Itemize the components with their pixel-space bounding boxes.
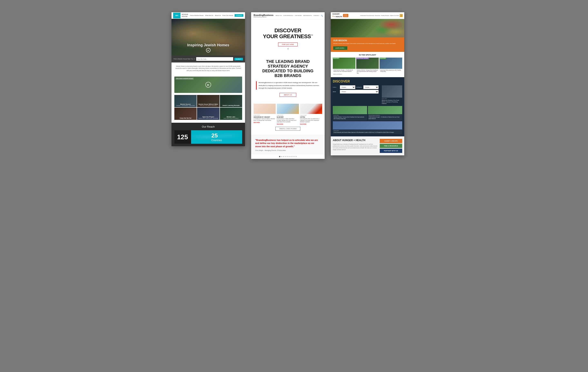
mh-search-input[interactable] — [196, 57, 233, 61]
mh-grid-item-2[interactable]: Moishe House Without Walls Build your ow… — [197, 95, 219, 107]
mh-logo-area: MH MOISHE HOUSE — [173, 13, 188, 18]
hh-spotlight-card-2[interactable]: EDUCATIONAL MATERIAL Nutrition Kitchen: … — [356, 58, 379, 75]
hh-action-buttons: SUBMIT A RECIPE FIND A RESOURCE PARTNER … — [380, 139, 402, 153]
hh-partner-button[interactable]: PARTNER WITH US — [380, 149, 402, 153]
mh-grid-item-3[interactable]: Jewish Learning Retreats — [220, 95, 242, 107]
hh-about-title: ABOUT HUNGER + HEALTH — [333, 139, 378, 142]
bb-read-more-1[interactable]: READ MORE — [253, 122, 276, 123]
bb-read-more-3[interactable]: READ MORE — [300, 124, 322, 125]
bb-hero-section: DISCOVER YOUR GREATNESS™ FIND OUT HOW ∨ — [251, 19, 325, 57]
mh-logo-box: MH — [173, 13, 180, 18]
bb-dot-5[interactable] — [287, 156, 288, 157]
hh-article-body-2: EDUCATIONAL MATERIAL Child Summer Hunger… — [368, 114, 402, 120]
hh-nav-food-insecurity[interactable]: Understand Food Insecurity — [360, 15, 374, 16]
bb-case-item-2[interactable]: CASE STUDY ELSEVIER POSITIONING A TIME-H… — [277, 104, 299, 125]
hh-hero-image — [331, 19, 404, 37]
bb-navbar: BrandingBusiness B2B Branding Agency ABO… — [251, 12, 325, 19]
hh-nav-recipes[interactable]: Healthy Recipes — [381, 15, 389, 16]
hh-spotlight-card-1[interactable]: BLOG POST Child Summer Hunger – A Collec… — [333, 58, 356, 75]
hh-featured-article[interactable]: BLOG POST Behind the Scenes of Our Food … — [382, 85, 402, 104]
mh-grid-item-1[interactable]: Moishe Houses Connect · 113 locations · … — [174, 95, 197, 107]
hh-discover-select-1[interactable]: Choose... — [340, 85, 355, 89]
hh-search-box[interactable]: 🔍 — [400, 14, 403, 17]
mh-grid-item-4[interactable]: Camp Nai Nai Nai — [174, 108, 197, 120]
mh-grid-title-1: Moishe Houses — [180, 104, 191, 105]
mh-grid-item-5[interactable]: Open Dor Project Explore what's right fo… — [197, 108, 219, 120]
bb-dot-9[interactable] — [295, 156, 297, 157]
hh-article-card-1[interactable]: BLOG POST Nutrition Kitchen: Turning Cli… — [333, 106, 367, 120]
hh-learn-more-button[interactable]: LEARN MORE > — [333, 46, 347, 50]
bb-case-image-2 — [277, 104, 299, 114]
bb-case-item-3[interactable]: CASE STUDY VICTRA GALVANIZING AND CELEBR… — [300, 104, 322, 125]
hh-discover-select-3[interactable]: Choose... — [340, 90, 378, 94]
mh-reach-map-box: 25 Countries — [191, 130, 242, 144]
hh-article-card-2[interactable]: EDUCATIONAL MATERIAL Child Summer Hunger… — [368, 106, 402, 120]
bb-dot-3[interactable] — [283, 156, 284, 157]
bb-case-grid: CASE STUDY ANCHORUM ST. VINCENT A COMMUN… — [253, 104, 322, 125]
hh-article-tag-2: EDUCATIONAL MATERIAL — [369, 115, 401, 116]
mh-video-thumbnail[interactable]: WELCOME TO MOISHE HOUSE ▶ — [174, 76, 242, 93]
bb-nav-link-work[interactable]: OUR WORK — [295, 15, 302, 17]
mh-nav-link-4[interactable]: From Our House — [222, 15, 233, 16]
hh-navbar: HUNGER + + HEALTH feedingamerica Underst… — [331, 12, 404, 19]
bb-nav-link-insights[interactable]: B2B INSIGHTS — [303, 15, 312, 17]
hh-discover-articles: BLOG POST Nutrition Kitchen: Turning Cli… — [333, 106, 402, 134]
bb-dot-7[interactable] — [291, 156, 293, 157]
hh-nav-resources[interactable]: Resources — [375, 15, 380, 16]
mh-play-icon[interactable]: ▶ — [206, 48, 210, 53]
bb-pagination — [251, 154, 325, 159]
mh-nav-link-3[interactable]: About Us — [215, 15, 221, 16]
hh-article-body-3: BLOG POST Food Insecurity and Poverty Ra… — [333, 129, 402, 134]
bb-case-desc-2: POSITIONING A TIME-HONORED GLOBAL BRAND … — [277, 118, 299, 123]
mh-reach-section: Our Reach 125 25 Countries — [171, 123, 245, 146]
bb-nav-link-about[interactable]: ABOUT US — [275, 15, 282, 17]
bb-nav-link-approach[interactable]: OUR APPROACH — [284, 15, 293, 17]
branding-business-screenshot: BrandingBusiness B2B Branding Agency ABO… — [251, 12, 325, 159]
hh-logo-area: HUNGER + + HEALTH feedingamerica — [332, 13, 348, 18]
bb-case-desc-3: GALVANIZING AND CELEBRATING A UNIFIED CU… — [300, 118, 322, 123]
mh-nav-links: Find a Moishe House What We Do About Us … — [190, 15, 233, 16]
hh-spotlight-card-3[interactable]: BLOG POST Improving Client experience wi… — [379, 58, 402, 75]
bb-view-all-button[interactable]: VIEW ALL CASE STUDIES — [275, 127, 301, 131]
hh-nav-work[interactable]: Explore Our Work — [390, 15, 399, 16]
hh-submit-recipe-button[interactable]: SUBMIT A RECIPE — [380, 139, 402, 143]
hh-about-section: ABOUT HUNGER + HEALTH HungerHealth.org, … — [331, 136, 404, 155]
hunger-health-screenshot: HUNGER + + HEALTH feedingamerica Underst… — [331, 12, 404, 155]
hh-feeding-america-badge: feedingamerica — [343, 14, 348, 17]
bb-case-company-1: ANCHORUM ST. VINCENT — [253, 116, 276, 118]
bb-read-more-2[interactable]: READ MORE — [277, 124, 299, 125]
bb-dot-8[interactable] — [293, 156, 295, 157]
hh-hero-food-visual — [360, 19, 404, 37]
mh-grid-sub-2: Build your own Jewish community — [200, 105, 217, 106]
hh-spot-text-2: Nutrition Kitchen: Turning Client Feedba… — [356, 69, 379, 75]
bb-find-out-button[interactable]: FIND OUT HOW — [278, 43, 298, 46]
mh-nav-link-1[interactable]: Find a Moishe House — [190, 15, 204, 16]
mh-search-button[interactable]: SUBMIT — [234, 58, 243, 60]
hh-find-resource-button[interactable]: FIND A RESOURCE — [380, 144, 402, 148]
hh-discover-select-2[interactable]: Choose... — [363, 85, 379, 89]
mh-donate-button[interactable]: DONATE — [235, 14, 243, 17]
bb-case-item-1[interactable]: CASE STUDY ANCHORUM ST. VINCENT A COMMUN… — [253, 104, 276, 125]
hh-article-tag-3: BLOG POST — [334, 130, 401, 131]
hh-mission-title: OUR MISSION — [333, 39, 402, 42]
mh-video-play-icon[interactable]: ▶ — [205, 82, 211, 88]
bb-dot-6[interactable] — [289, 156, 291, 157]
bb-quote-author: Chris Wright – Managing Director, Z5 Ass… — [255, 150, 321, 151]
bb-tagline: B2B Branding Agency — [253, 16, 273, 18]
bb-dot-4[interactable] — [285, 156, 286, 157]
mh-nav-link-2[interactable]: What We Do — [205, 15, 213, 16]
bb-chevron-icon: ∨ — [257, 48, 318, 50]
bb-dot-2[interactable] — [281, 156, 282, 157]
hh-featured-article-title: Behind the Scenes of Our Food Bank's Jou… — [382, 100, 402, 104]
bb-case-image-3 — [300, 104, 322, 114]
mh-grid-item-6[interactable]: Moishe Labs Learn about these innovation… — [220, 108, 242, 120]
bb-search-icon[interactable]: 🔍 — [321, 15, 323, 17]
bb-leading-title: THE LEADING BRANDSTRATEGY AGENCYDEDICATE… — [256, 59, 320, 78]
bb-nav-link-contact[interactable]: CONTACT — [313, 15, 319, 17]
bb-about-button[interactable]: ABOUT US — [280, 93, 296, 97]
bb-case-tag-1: CASE STUDY — [253, 115, 276, 116]
bb-dot-1[interactable] — [279, 156, 280, 157]
hh-article-card-3[interactable]: BLOG POST Food Insecurity and Poverty Ra… — [333, 121, 402, 134]
hh-spot-caption-1: Beans and Greens — [333, 73, 356, 75]
hh-discover-form: I am a Choose... looking for Choose... a… — [333, 85, 378, 94]
